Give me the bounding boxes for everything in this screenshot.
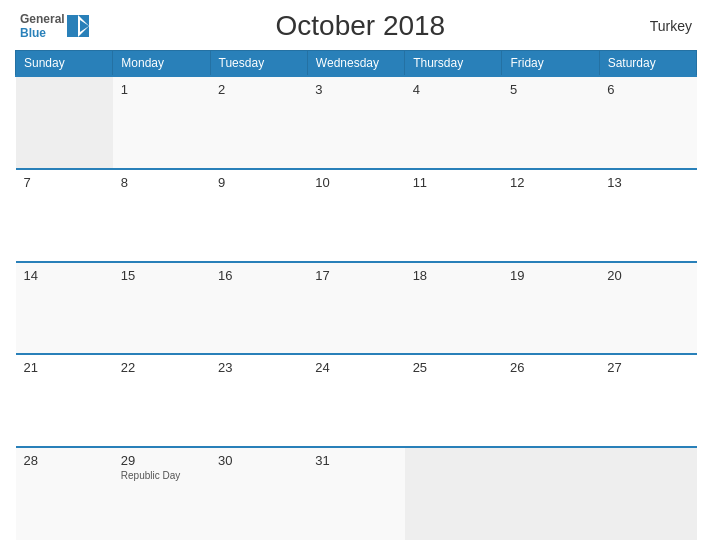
header-friday: Friday (502, 51, 599, 77)
day-number: 21 (24, 360, 105, 375)
calendar-container: General Blue October 2018 Turkey Sunday … (0, 0, 712, 550)
day-number: 9 (218, 175, 299, 190)
day-cell: 28 (16, 447, 113, 540)
calendar-table: Sunday Monday Tuesday Wednesday Thursday… (15, 50, 697, 540)
day-cell: 18 (405, 262, 502, 355)
day-cell (16, 76, 113, 169)
day-number: 30 (218, 453, 299, 468)
day-number: 27 (607, 360, 688, 375)
day-cell: 1 (113, 76, 210, 169)
day-number: 26 (510, 360, 591, 375)
day-cell: 12 (502, 169, 599, 262)
country-label: Turkey (632, 18, 692, 34)
day-number: 11 (413, 175, 494, 190)
logo-general-text: General (20, 12, 65, 26)
day-cell: 7 (16, 169, 113, 262)
day-number: 4 (413, 82, 494, 97)
day-number: 1 (121, 82, 202, 97)
day-cell (405, 447, 502, 540)
day-cell: 21 (16, 354, 113, 447)
day-number: 25 (413, 360, 494, 375)
day-cell: 15 (113, 262, 210, 355)
day-cell: 8 (113, 169, 210, 262)
day-number: 5 (510, 82, 591, 97)
day-number: 31 (315, 453, 396, 468)
day-number: 8 (121, 175, 202, 190)
day-cell: 29Republic Day (113, 447, 210, 540)
day-cell: 10 (307, 169, 404, 262)
day-number: 6 (607, 82, 688, 97)
calendar-header: General Blue October 2018 Turkey (15, 10, 697, 42)
header-wednesday: Wednesday (307, 51, 404, 77)
day-number: 29 (121, 453, 202, 468)
logo: General Blue (20, 12, 89, 41)
day-number: 19 (510, 268, 591, 283)
day-number: 15 (121, 268, 202, 283)
day-cell (502, 447, 599, 540)
week-row-2: 78910111213 (16, 169, 697, 262)
day-number: 18 (413, 268, 494, 283)
day-cell: 2 (210, 76, 307, 169)
day-cell: 19 (502, 262, 599, 355)
week-row-3: 14151617181920 (16, 262, 697, 355)
day-cell: 25 (405, 354, 502, 447)
header-saturday: Saturday (599, 51, 696, 77)
weekday-header-row: Sunday Monday Tuesday Wednesday Thursday… (16, 51, 697, 77)
week-row-4: 21222324252627 (16, 354, 697, 447)
day-cell: 22 (113, 354, 210, 447)
day-cell: 13 (599, 169, 696, 262)
header-thursday: Thursday (405, 51, 502, 77)
calendar-title: October 2018 (89, 10, 632, 42)
logo-flag-icon (67, 15, 89, 37)
day-number: 23 (218, 360, 299, 375)
day-cell: 16 (210, 262, 307, 355)
day-cell: 3 (307, 76, 404, 169)
day-number: 7 (24, 175, 105, 190)
day-number: 17 (315, 268, 396, 283)
day-cell: 4 (405, 76, 502, 169)
day-number: 20 (607, 268, 688, 283)
day-cell: 17 (307, 262, 404, 355)
svg-marker-2 (67, 15, 78, 37)
day-number: 10 (315, 175, 396, 190)
day-number: 16 (218, 268, 299, 283)
day-cell (599, 447, 696, 540)
day-number: 28 (24, 453, 105, 468)
day-cell: 20 (599, 262, 696, 355)
header-tuesday: Tuesday (210, 51, 307, 77)
day-cell: 9 (210, 169, 307, 262)
day-cell: 31 (307, 447, 404, 540)
week-row-1: 123456 (16, 76, 697, 169)
logo-text: General Blue (20, 12, 65, 41)
day-number: 14 (24, 268, 105, 283)
day-number: 12 (510, 175, 591, 190)
day-cell: 30 (210, 447, 307, 540)
day-number: 24 (315, 360, 396, 375)
holiday-label: Republic Day (121, 470, 202, 481)
day-cell: 27 (599, 354, 696, 447)
week-row-5: 2829Republic Day3031 (16, 447, 697, 540)
day-cell: 11 (405, 169, 502, 262)
day-cell: 26 (502, 354, 599, 447)
header-sunday: Sunday (16, 51, 113, 77)
day-cell: 24 (307, 354, 404, 447)
day-cell: 6 (599, 76, 696, 169)
day-cell: 14 (16, 262, 113, 355)
day-number: 2 (218, 82, 299, 97)
day-number: 22 (121, 360, 202, 375)
logo-blue-text: Blue (20, 26, 65, 40)
day-cell: 5 (502, 76, 599, 169)
day-number: 13 (607, 175, 688, 190)
day-cell: 23 (210, 354, 307, 447)
day-number: 3 (315, 82, 396, 97)
header-monday: Monday (113, 51, 210, 77)
